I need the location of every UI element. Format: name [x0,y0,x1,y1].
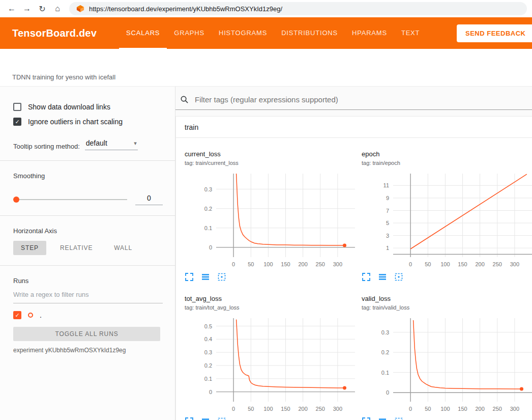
fit-domain-icon[interactable] [217,272,226,282]
svg-text:100: 100 [440,406,450,412]
train-section-card: train current_loss tag: train/current_lo… [175,116,532,420]
fit-domain-icon[interactable] [394,417,403,420]
chart-toolbar [362,272,532,282]
tooltip-sorting-select[interactable]: default ▾ [85,139,138,150]
chart-title: epoch [362,150,532,158]
runs-label: Runs [13,277,163,285]
smoothing-value-field[interactable]: 0 [135,194,163,205]
svg-text:0.4: 0.4 [204,336,212,342]
tab-histograms[interactable]: HISTOGRAMS [212,17,274,49]
line-chart-tot-avg-loss[interactable]: 05010015020025030000.10.20.30.40.5 [185,314,358,415]
fit-domain-icon[interactable] [217,417,226,420]
run-checkbox-checked-icon[interactable] [13,311,21,319]
run-name: . [40,311,42,319]
train-section-header[interactable]: train [176,117,532,138]
smoothing-label: Smoothing [13,172,163,180]
tooltip-sorting-label: Tooltip sorting method: [13,143,80,150]
back-icon[interactable]: ← [5,4,18,13]
chart-title: current_loss [185,150,358,158]
svg-text:150: 150 [281,261,290,267]
toggle-y-axis-icon[interactable] [201,272,210,282]
svg-text:0: 0 [232,261,235,267]
experiment-description: TDNN training for yesno with icefall [12,73,115,81]
tooltip-sorting-value: default [86,139,107,147]
svg-text:11: 11 [383,182,389,188]
tab-hparams[interactable]: HPARAMS [345,17,394,49]
svg-text:100: 100 [263,406,273,412]
chart-card-valid-loss: valid_loss tag: train/valid_loss 0501001… [362,295,532,420]
ignore-outliers-checkbox[interactable]: Ignore outliers in chart scaling [13,118,163,126]
svg-text:5: 5 [386,220,389,226]
svg-text:0.2: 0.2 [381,349,389,355]
address-bar[interactable]: https://tensorboard.dev/experiment/yKUbh… [69,2,527,15]
svg-text:300: 300 [510,261,519,267]
svg-text:200: 200 [475,261,484,267]
chart-toolbar [185,272,358,282]
toggle-y-axis-icon[interactable] [378,417,387,420]
fit-domain-icon[interactable] [394,272,403,282]
slider-thumb[interactable] [13,197,19,203]
svg-text:1: 1 [386,245,389,251]
refresh-icon[interactable]: ↻ [36,4,49,14]
expand-chart-icon[interactable] [185,417,194,420]
line-chart-valid-loss[interactable]: 05010015020025030000.10.20.3 [362,314,532,415]
svg-text:50: 50 [248,406,254,412]
svg-text:0: 0 [232,406,235,412]
expand-chart-icon[interactable] [185,272,194,282]
checkbox-unchecked-icon [13,103,21,111]
toggle-y-axis-icon[interactable] [378,272,387,282]
runs-filter-input[interactable] [13,287,163,303]
chart-toolbar [185,417,358,420]
svg-text:50: 50 [425,406,431,412]
svg-text:150: 150 [458,406,467,412]
expand-chart-icon[interactable] [362,272,371,282]
svg-text:150: 150 [281,406,290,412]
tensorboard-favicon [76,5,84,13]
svg-text:200: 200 [298,261,307,267]
smoothing-slider[interactable] [13,199,127,200]
tab-text[interactable]: TEXT [394,17,427,49]
browser-toolbar: ← → ↻ ⌂ https://tensorboard.dev/experime… [0,0,532,17]
settings-sidebar: Show data download links Ignore outliers… [0,87,175,420]
url-text: https://tensorboard.dev/experiment/yKUbh… [89,5,282,13]
divider [0,160,175,161]
chart-tag: tag: train/valid_loss [362,304,532,311]
tab-scalars[interactable]: SCALARS [119,17,167,49]
svg-text:300: 300 [333,261,342,267]
divider [0,265,175,266]
svg-text:250: 250 [316,261,325,267]
svg-text:0.2: 0.2 [204,206,212,212]
axis-step-button[interactable]: STEP [13,241,46,255]
toggle-y-axis-icon[interactable] [201,417,210,420]
axis-relative-button[interactable]: RELATIVE [52,241,100,255]
line-chart-current-loss[interactable]: 05010015020025030000.10.20.3 [185,170,358,270]
app-header: TensorBoard.dev SCALARS GRAPHS HISTOGRAM… [0,17,532,49]
chart-card-epoch: epoch tag: train/epoch 05010015020025030… [362,150,532,282]
chart-tag: tag: train/epoch [362,160,532,166]
experiment-description-bar: TDNN training for yesno with icefall [0,49,532,87]
chart-title: tot_avg_loss [185,295,358,303]
svg-text:0: 0 [386,389,389,396]
send-feedback-button[interactable]: SEND FEEDBACK [457,24,532,42]
svg-text:300: 300 [333,406,342,412]
run-list-item[interactable]: . [13,311,163,319]
tab-distributions[interactable]: DISTRIBUTIONS [274,17,345,49]
show-download-links-checkbox[interactable]: Show data download links [13,103,163,111]
svg-text:200: 200 [475,406,484,412]
search-icon [180,95,189,104]
tab-graphs[interactable]: GRAPHS [167,17,212,49]
home-icon[interactable]: ⌂ [51,4,64,13]
forward-icon[interactable]: → [20,4,34,13]
svg-text:0.3: 0.3 [204,186,212,192]
toggle-all-runs-button[interactable]: TOGGLE ALL RUNS [13,327,160,341]
svg-text:200: 200 [298,406,307,412]
line-chart-epoch[interactable]: 0501001502002503001357911 [362,170,532,270]
svg-text:0: 0 [409,261,412,267]
chart-toolbar [362,417,532,420]
tag-filter-input[interactable] [194,95,526,104]
brand-logo[interactable]: TensorBoard.dev [12,27,97,39]
expand-chart-icon[interactable] [362,417,371,420]
axis-wall-button[interactable]: WALL [106,241,140,255]
svg-text:0.1: 0.1 [381,370,389,376]
checkbox-checked-icon [13,118,21,126]
